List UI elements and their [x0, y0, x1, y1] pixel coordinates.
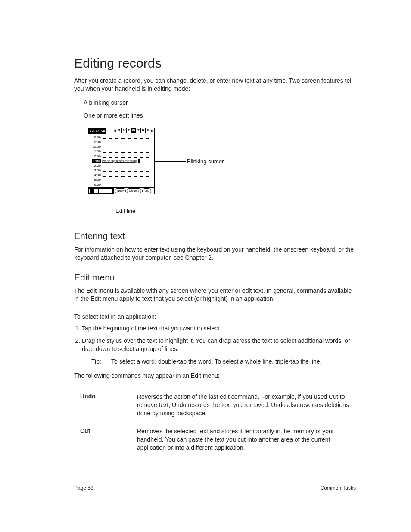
hour-10: 10:00: [90, 145, 102, 149]
view-icons: [88, 188, 114, 194]
intro-text: After you create a record, you can chang…: [74, 77, 356, 93]
prev-arrow-icon: ◀: [112, 128, 117, 134]
callout-line-cursor: [154, 161, 186, 162]
hour-4: 4:00: [90, 173, 102, 177]
day-t: T: [126, 128, 131, 133]
device-date: Jul 24, 02: [88, 128, 106, 134]
hour-2: 2:00: [90, 164, 102, 168]
entering-heading: Entering text: [74, 231, 356, 241]
entering-body: For information on how to enter text usi…: [74, 246, 356, 262]
editmenu-body: The Edit menu is available with any scre…: [74, 287, 356, 303]
new-button: New: [115, 188, 126, 193]
handheld-screenshot: Jul 24, 02 ◀ S M T W T F S ▶ 8:00 9:00 1…: [84, 128, 356, 214]
day-s2: S: [145, 128, 150, 133]
hour-6: 6:00: [90, 183, 102, 187]
step-2: Drag the stylus over the text to highlig…: [82, 337, 356, 366]
callout-editline: Edit line: [115, 208, 135, 214]
cmd-cut-desc: Removes the selected text and stores it …: [137, 427, 356, 452]
callout-line-editline: [125, 194, 126, 207]
feature-editlines: One or more edit lines: [84, 112, 356, 119]
day-f: F: [140, 128, 145, 133]
hour-3: 3:00: [90, 168, 102, 172]
cmd-cut-name: Cut: [74, 427, 137, 452]
footer-section: Common Tasks: [321, 485, 356, 491]
day-m: M: [121, 128, 126, 133]
step-1: Tap the beginning of the text that you w…: [82, 324, 356, 333]
tip-label: Tip:: [91, 358, 111, 366]
hour-1-selected: 1:00: [92, 159, 101, 163]
feature-cursor: A blinking cursor: [84, 99, 356, 106]
hour-9: 9:00: [90, 140, 102, 144]
hour-11: 11:00: [90, 149, 102, 153]
cmd-undo-name: Undo: [74, 393, 137, 417]
step-2-text: Drag the stylus over the text to highlig…: [82, 337, 350, 352]
event-text: Planning team meeting: [101, 159, 138, 163]
hour-8: 8:00: [90, 135, 102, 139]
day-w: W: [131, 128, 136, 133]
following-text: The following commands may appear in an …: [74, 372, 356, 380]
device-frame: Jul 24, 02 ◀ S M T W T F S ▶ 8:00 9:00 1…: [88, 128, 155, 194]
hour-5: 5:00: [90, 178, 102, 182]
tip-text: To select a word, double-tap the word. T…: [111, 358, 321, 366]
next-arrow-icon: ▶: [150, 128, 154, 134]
details-button: Details: [127, 188, 141, 193]
day-s: S: [117, 128, 121, 133]
howto-heading: To select text in an application:: [74, 313, 356, 320]
hour-12: 12:00: [90, 154, 102, 158]
day-t2: T: [136, 128, 140, 133]
cmd-undo-desc: Reverses the action of the last edit com…: [137, 393, 356, 417]
callout-cursor: Blinking cursor: [187, 158, 224, 165]
go-button: Go: [142, 188, 151, 193]
editmenu-heading: Edit menu: [74, 272, 356, 283]
text-cursor-icon: [138, 159, 140, 163]
page-heading: Editing records: [74, 56, 356, 71]
footer-page: Page 58: [74, 485, 93, 491]
